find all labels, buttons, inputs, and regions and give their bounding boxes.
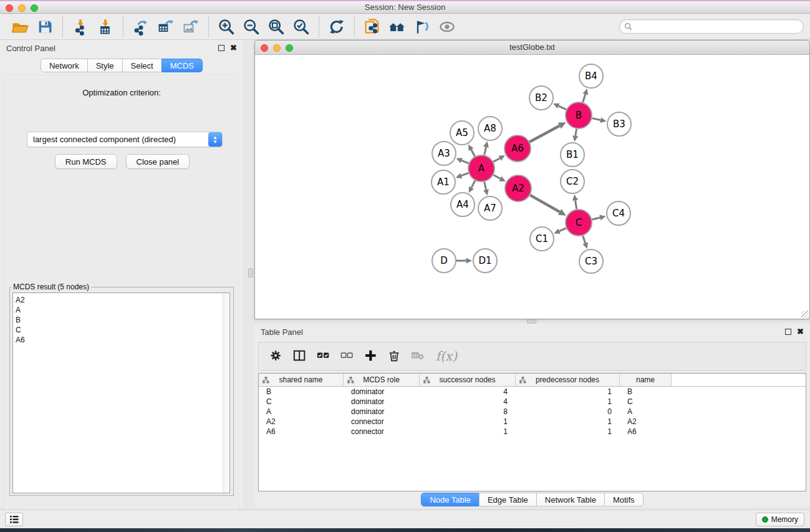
result-list-item[interactable]: B bbox=[16, 315, 229, 325]
close-window-button[interactable] bbox=[6, 4, 13, 12]
network-canvas[interactable]: B4B2BB3A8A5A6A3B1AA1C2A2A4A7C4CC1C3DD1 bbox=[255, 55, 809, 319]
import-table-icon bbox=[97, 18, 114, 36]
zoom-selected-button[interactable] bbox=[289, 16, 314, 38]
node-label-C: C bbox=[576, 217, 582, 228]
edge-C-C4[interactable] bbox=[592, 218, 600, 220]
tab-select[interactable]: Select bbox=[122, 59, 162, 72]
network-graph[interactable]: B4B2BB3A8A5A6A3B1AA1C2A2A4A7C4CC1C3DD1 bbox=[255, 55, 809, 319]
clone-network-button[interactable] bbox=[360, 16, 385, 38]
table-row[interactable]: Cdominator41C bbox=[259, 397, 806, 407]
column-header-label: name bbox=[636, 375, 655, 384]
close-table-panel-icon[interactable]: ✖ bbox=[797, 329, 804, 335]
column-header-predecessor-nodes[interactable]: predecessor nodes bbox=[516, 374, 620, 386]
float-panel-icon[interactable] bbox=[218, 45, 224, 51]
toggle-birdseye-button[interactable] bbox=[410, 16, 435, 38]
edge-A-A7[interactable] bbox=[485, 181, 486, 190]
run-mcds-button[interactable]: Run MCDS bbox=[55, 154, 117, 169]
deselect-all-checkboxes-button[interactable] bbox=[337, 346, 357, 367]
tab-motifs[interactable]: Motifs bbox=[604, 493, 644, 506]
result-list-item[interactable]: A6 bbox=[16, 335, 229, 345]
edge-A-A2[interactable] bbox=[493, 175, 500, 178]
save-session-button[interactable] bbox=[32, 16, 57, 38]
add-column-icon bbox=[364, 349, 378, 363]
edge-A-A6[interactable] bbox=[493, 158, 499, 162]
edge-C-C3[interactable] bbox=[583, 236, 586, 243]
node-label-B: B bbox=[576, 110, 582, 121]
show-panels-eye-button[interactable] bbox=[435, 16, 460, 38]
node-label-D: D bbox=[440, 255, 448, 266]
zoom-out-button[interactable] bbox=[239, 16, 264, 38]
show-columns-button[interactable] bbox=[290, 346, 310, 367]
tab-network-table[interactable]: Network Table bbox=[536, 493, 605, 506]
edge-A-A1[interactable] bbox=[461, 173, 469, 175]
refresh-icon bbox=[328, 18, 345, 36]
save-session-icon bbox=[36, 18, 54, 36]
edge-B-B2[interactable] bbox=[559, 106, 566, 110]
column-header-name[interactable]: name bbox=[620, 374, 672, 386]
table-row[interactable]: A6connector11A6 bbox=[259, 427, 806, 437]
export-image-button[interactable] bbox=[178, 16, 203, 38]
export-table-button[interactable] bbox=[153, 16, 178, 38]
minimize-window-button[interactable] bbox=[18, 4, 26, 12]
edge-B-B1[interactable] bbox=[576, 129, 577, 136]
edge-A2-C[interactable] bbox=[530, 195, 559, 212]
refresh-button[interactable] bbox=[324, 16, 349, 38]
toolbar-separator bbox=[319, 16, 319, 37]
search-input[interactable] bbox=[632, 21, 803, 32]
network-close-button[interactable] bbox=[261, 44, 268, 52]
result-list-scrollbar[interactable] bbox=[223, 293, 229, 493]
home-button[interactable] bbox=[385, 16, 410, 38]
settings-gear-button[interactable] bbox=[266, 346, 286, 367]
table-row[interactable]: Bdominator41B bbox=[259, 387, 806, 397]
edge-B-B3[interactable] bbox=[592, 118, 601, 120]
column-header-shared-name[interactable]: shared name bbox=[259, 374, 344, 386]
network-window-titlebar[interactable]: testGlobe.txt bbox=[255, 41, 809, 55]
edge-B-B4[interactable] bbox=[583, 94, 586, 102]
edge-A-A8[interactable] bbox=[485, 147, 486, 155]
network-minimize-button[interactable] bbox=[273, 44, 281, 52]
criterion-dropdown[interactable]: largest connected component (directed) ▲… bbox=[27, 132, 223, 147]
edge-A-A5[interactable] bbox=[471, 150, 475, 157]
edge-C-C1[interactable] bbox=[559, 228, 566, 231]
table-row[interactable]: A2connector11A2 bbox=[259, 417, 806, 427]
column-header-MCDS-role[interactable]: MCDS role bbox=[344, 374, 420, 386]
result-list-item[interactable]: C bbox=[16, 325, 229, 335]
tab-network[interactable]: Network bbox=[41, 59, 88, 72]
search-icon bbox=[624, 22, 632, 31]
export-network-button[interactable] bbox=[128, 16, 153, 38]
open-session-button[interactable] bbox=[7, 16, 32, 38]
add-column-button[interactable] bbox=[361, 346, 381, 367]
close-panel-button[interactable]: Close panel bbox=[126, 154, 190, 169]
edge-C-C2[interactable] bbox=[576, 200, 577, 209]
edge-A-A4[interactable] bbox=[471, 181, 475, 188]
edge-A-A3[interactable] bbox=[461, 160, 468, 163]
column-header-successor-nodes[interactable]: successor nodes bbox=[420, 374, 516, 386]
horizontal-splitter-handle[interactable] bbox=[527, 319, 536, 324]
task-history-button[interactable] bbox=[5, 513, 23, 526]
vertical-splitter-handle[interactable] bbox=[248, 268, 253, 278]
float-table-panel-icon[interactable] bbox=[785, 329, 791, 335]
toolbar-separator bbox=[62, 16, 63, 37]
edge-A6-B[interactable] bbox=[529, 126, 559, 142]
tab-node-table[interactable]: Node Table bbox=[421, 493, 480, 506]
zoom-fit-button[interactable] bbox=[264, 16, 289, 38]
import-network-button[interactable] bbox=[68, 16, 93, 38]
memory-button[interactable]: Memory bbox=[756, 513, 804, 526]
select-all-checkboxes-button[interactable] bbox=[314, 346, 334, 367]
result-list-item[interactable]: A bbox=[16, 305, 229, 315]
delete-column-button[interactable] bbox=[385, 346, 405, 367]
node-table[interactable]: shared nameMCDS rolesuccessor nodesprede… bbox=[258, 373, 806, 491]
zoom-in-button[interactable] bbox=[214, 16, 239, 38]
network-zoom-button[interactable] bbox=[286, 44, 293, 52]
import-table-button[interactable] bbox=[93, 16, 118, 38]
result-list-item[interactable]: A2 bbox=[16, 295, 229, 305]
tab-style[interactable]: Style bbox=[87, 59, 123, 72]
tab-mcds[interactable]: MCDS bbox=[162, 59, 203, 72]
window-resize-grip[interactable] bbox=[801, 311, 809, 318]
table-row[interactable]: Adominator80A bbox=[259, 407, 806, 417]
zoom-window-button[interactable] bbox=[31, 4, 38, 12]
search-box[interactable] bbox=[619, 19, 804, 34]
close-panel-icon[interactable]: ✖ bbox=[230, 45, 237, 51]
tab-edge-table[interactable]: Edge Table bbox=[479, 493, 537, 506]
mcds-result-list[interactable]: A2ABCA6 bbox=[12, 293, 230, 493]
